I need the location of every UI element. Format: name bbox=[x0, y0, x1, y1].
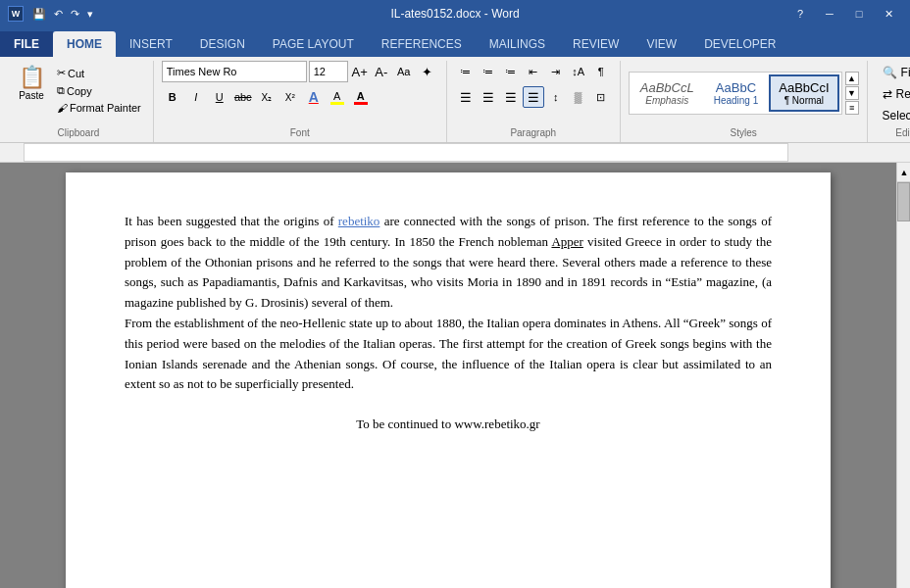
clear-formatting-button[interactable]: ✦ bbox=[417, 61, 438, 82]
borders-button[interactable]: ⊡ bbox=[590, 86, 612, 108]
window-controls: ? ─ □ ✕ bbox=[786, 0, 902, 27]
paragraph-label: Paragraph bbox=[455, 127, 612, 138]
minimize-button[interactable]: ─ bbox=[816, 0, 843, 27]
quick-access-toolbar: 💾 ↶ ↷ ▾ bbox=[29, 6, 96, 23]
page-container: It has been suggested that the origins o… bbox=[0, 163, 896, 588]
strikethrough-button[interactable]: abc bbox=[232, 86, 254, 108]
tab-pagelayout[interactable]: PAGE LAYOUT bbox=[259, 31, 368, 57]
grow-font-button[interactable]: A+ bbox=[350, 62, 370, 81]
subscript-button[interactable]: X₂ bbox=[256, 86, 278, 108]
tab-home[interactable]: HOME bbox=[53, 31, 116, 57]
cut-icon: ✂ bbox=[57, 67, 66, 79]
decrease-indent-button[interactable]: ⇤ bbox=[523, 61, 544, 82]
styles-scroll-down[interactable]: ▼ bbox=[845, 86, 859, 100]
apper-word: Apper bbox=[551, 234, 583, 249]
redo-quick-btn[interactable]: ↷ bbox=[68, 6, 82, 23]
numbering-button[interactable]: ≔ bbox=[478, 61, 499, 82]
format-painter-button[interactable]: 🖌 Format Painter bbox=[53, 100, 145, 116]
cut-button[interactable]: ✂ Cut bbox=[53, 65, 145, 81]
styles-gallery: AaBbCcL Emphasis AaBbC Heading 1 AaBbCcI… bbox=[629, 61, 859, 125]
styles-group: AaBbCcL Emphasis AaBbC Heading 1 AaBbCcI… bbox=[621, 61, 868, 142]
tab-mailings[interactable]: MAILINGS bbox=[476, 31, 559, 57]
editing-group: 🔍 Find ▾ ⇄ Replace Select ▾ Editing bbox=[868, 61, 910, 142]
ruler bbox=[0, 143, 910, 163]
document-page: It has been suggested that the origins o… bbox=[66, 172, 831, 588]
font-name-input[interactable] bbox=[162, 61, 307, 82]
font-size-input[interactable] bbox=[309, 61, 348, 82]
scroll-up-button[interactable]: ▲ bbox=[897, 163, 910, 182]
line-spacing-button[interactable]: ↕ bbox=[545, 86, 567, 108]
styles-scroll-up[interactable]: ▲ bbox=[845, 72, 859, 85]
close-button[interactable]: ✕ bbox=[875, 0, 902, 27]
replace-icon: ⇄ bbox=[883, 87, 892, 101]
font-row1: A+ A- Aa ✦ bbox=[162, 61, 438, 82]
paste-label: Paste bbox=[19, 90, 44, 101]
paragraph-controls: ≔ ≔ ≔ ⇤ ⇥ ↕A ¶ ☰ ☰ ☰ ☰ ↕ ▒ ⊡ bbox=[455, 61, 612, 125]
show-marks-button[interactable]: ¶ bbox=[590, 61, 612, 82]
undo-quick-btn[interactable]: ↶ bbox=[51, 6, 66, 23]
paragraph-2: From the establishment of the neo-Hellen… bbox=[125, 314, 772, 395]
superscript-button[interactable]: X² bbox=[279, 86, 301, 108]
underline-button[interactable]: U bbox=[209, 86, 230, 108]
tab-review[interactable]: REVIEW bbox=[559, 31, 632, 57]
replace-label: Replace bbox=[896, 87, 910, 101]
select-button[interactable]: Select ▾ bbox=[876, 106, 910, 125]
font-label: Font bbox=[162, 127, 438, 138]
clipboard-group: 📋 Paste ✂ Cut ⧉ Copy 🖌 Format Painter Cl… bbox=[4, 61, 154, 142]
quick-access-dropdown[interactable]: ▾ bbox=[84, 6, 96, 23]
style-emphasis[interactable]: AaBbCcL Emphasis bbox=[632, 75, 703, 111]
style-heading1[interactable]: AaBbC Heading 1 bbox=[705, 75, 768, 111]
format-painter-label: Format Painter bbox=[70, 102, 141, 114]
tab-developer[interactable]: DEVELOPER bbox=[690, 31, 789, 57]
scroll-track[interactable] bbox=[897, 182, 910, 588]
tab-design[interactable]: DESIGN bbox=[186, 31, 259, 57]
find-button[interactable]: 🔍 Find ▾ bbox=[876, 63, 910, 82]
clipboard-small-buttons: ✂ Cut ⧉ Copy 🖌 Format Painter bbox=[53, 61, 145, 125]
font-controls: A+ A- Aa ✦ B I U abc X₂ X² A A A bbox=[162, 61, 438, 125]
align-center-button[interactable]: ☰ bbox=[478, 86, 499, 108]
paste-button[interactable]: 📋 Paste bbox=[12, 61, 51, 125]
help-button[interactable]: ? bbox=[786, 0, 814, 27]
highlight-color-button[interactable]: A bbox=[327, 86, 348, 108]
shading-button[interactable]: ▒ bbox=[568, 86, 589, 108]
styles-more[interactable]: ≡ bbox=[845, 101, 859, 115]
shrink-font-button[interactable]: A- bbox=[372, 62, 391, 81]
paste-icon: 📋 bbox=[19, 65, 45, 90]
style-normal[interactable]: AaBbCcI ¶ Normal bbox=[769, 74, 838, 112]
styles-scroll: ▲ ▼ ≡ bbox=[845, 72, 859, 115]
word-app-icon: W bbox=[8, 6, 24, 22]
paragraph-row1: ≔ ≔ ≔ ⇤ ⇥ ↕A ¶ bbox=[455, 61, 612, 82]
font-color-button[interactable]: A bbox=[350, 86, 372, 108]
copy-button[interactable]: ⧉ Copy bbox=[53, 82, 145, 99]
increase-indent-button[interactable]: ⇥ bbox=[545, 61, 567, 82]
italic-button[interactable]: I bbox=[185, 86, 207, 108]
align-right-button[interactable]: ☰ bbox=[500, 86, 522, 108]
scroll-thumb[interactable] bbox=[897, 182, 910, 221]
tab-references[interactable]: REFERENCES bbox=[368, 31, 476, 57]
font-row2: B I U abc X₂ X² A A A bbox=[162, 86, 372, 108]
maximize-button[interactable]: □ bbox=[845, 0, 873, 27]
align-left-button[interactable]: ☰ bbox=[455, 86, 477, 108]
sort-button[interactable]: ↕A bbox=[568, 61, 589, 82]
replace-button[interactable]: ⇄ Replace bbox=[876, 84, 910, 104]
text-effects-button[interactable]: A bbox=[303, 86, 325, 108]
styles-label: Styles bbox=[629, 127, 859, 138]
save-quick-btn[interactable]: 💾 bbox=[29, 6, 49, 23]
select-label: Select ▾ bbox=[883, 109, 910, 122]
bold-button[interactable]: B bbox=[162, 86, 183, 108]
clipboard-buttons: 📋 Paste ✂ Cut ⧉ Copy 🖌 Format Painter bbox=[12, 61, 145, 125]
cut-label: Cut bbox=[68, 68, 84, 79]
tab-file[interactable]: FILE bbox=[0, 31, 53, 57]
ruler-inner bbox=[24, 143, 788, 162]
multilevel-button[interactable]: ≔ bbox=[500, 61, 522, 82]
paragraph-1: It has been suggested that the origins o… bbox=[125, 212, 772, 314]
bullets-button[interactable]: ≔ bbox=[455, 61, 477, 82]
document-area: It has been suggested that the origins o… bbox=[0, 163, 910, 588]
paragraph-3: To be continued to www.rebetiko.gr bbox=[125, 415, 772, 435]
justify-button[interactable]: ☰ bbox=[523, 86, 544, 108]
tab-insert[interactable]: INSERT bbox=[116, 31, 186, 57]
font-color-bar bbox=[354, 102, 368, 105]
change-case-button[interactable]: Aa bbox=[393, 61, 415, 82]
tab-view[interactable]: VIEW bbox=[632, 31, 690, 57]
font-group: A+ A- Aa ✦ B I U abc X₂ X² A A A bbox=[154, 61, 447, 142]
